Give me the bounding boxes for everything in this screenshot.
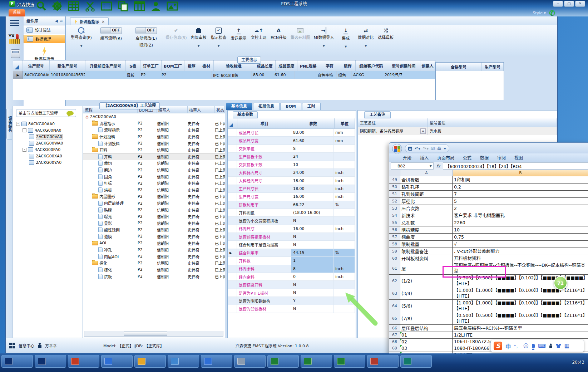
column-header[interactable]: 型号备注 [428, 118, 557, 127]
taskbar-app-button[interactable] [301, 355, 332, 368]
save-info-button[interactable]: ✔ 保存信息(S) [165, 27, 187, 40]
column-header[interactable]: 型号创建时间 [387, 60, 420, 71]
tab-bom[interactable]: BOM [280, 103, 301, 110]
row-number[interactable]: 51 [389, 191, 400, 197]
excel-row[interactable]: 54 新技术 客户要求-非导电树脂塞孔 [389, 212, 588, 219]
instruction-check-button[interactable]: ✔ 指示检查 ▼ [211, 27, 227, 48]
select-all-corner[interactable] [389, 170, 400, 176]
doc-control-upload-button[interactable]: ☁↑ 文控上网 [251, 27, 267, 40]
flow-row[interactable]: ⌂ 退膜 P2 信朝阳 史伟奇 已上网 [83, 233, 225, 240]
remark-value-row[interactable]: 阴阳铜箔，备注各层铜厚▲ 光电板 [358, 127, 557, 135]
parameter-row[interactable]: ▶ 生产尺寸宽 16.00 inch [228, 193, 355, 201]
excel-row[interactable]: 67 01 1/2LHTE [389, 332, 588, 339]
flow-row[interactable]: ⌂ 2ACKG00VA0 [83, 113, 225, 120]
tree-node[interactable]: - 4ACKG00PA0 [13, 146, 82, 153]
tree-node[interactable]: - 4ACKG00NA0 [13, 127, 82, 133]
expander-icon[interactable]: - [23, 128, 26, 132]
row-number[interactable]: 49 [389, 176, 400, 183]
excel-ribbon-tab[interactable]: 页面布局 [437, 155, 454, 161]
excel-row[interactable]: 50 钻孔孔径 0.2 [389, 183, 588, 191]
column-header[interactable]: BOM工厂 [162, 60, 185, 71]
phone-icon[interactable]: ✆ [549, 9, 555, 17]
image-icon[interactable] [167, 1, 178, 11]
undo-icon[interactable]: ↶▾ [415, 146, 420, 151]
taskbar-app-button[interactable] [68, 355, 99, 368]
flow-row[interactable]: ⌂ 开料 P2 信朝阳 史伟奇 已上网 [83, 147, 225, 153]
parameter-row[interactable]: ▶ 综合利用率 44.15 % [228, 249, 355, 257]
calculator-icon[interactable] [11, 49, 20, 58]
row-number[interactable]: 59 [389, 248, 400, 255]
flow-row[interactable]: ⌂ 圆角 P2 信朝阳 史伟奇 已上网 [83, 173, 225, 180]
parameter-row[interactable]: ▶ 纬向尺寸 16.00 inch [228, 225, 355, 233]
parameter-row[interactable]: ▶ 交货单位 S [228, 145, 355, 153]
print-preview-icon[interactable]: ⎚ [431, 146, 435, 151]
taskbar-app-button[interactable] [134, 355, 166, 368]
column-header[interactable]: 板材 [199, 60, 214, 71]
column-header[interactable]: 板厚 [184, 60, 199, 71]
row-number[interactable]: 58 [389, 241, 400, 248]
expander-icon[interactable]: - [23, 148, 26, 152]
excel-ribbon-tab[interactable]: 审阅 [497, 155, 506, 161]
fx-icon[interactable]: fx [434, 164, 443, 168]
sidebar-item-data-management[interactable]: 数据管理 [24, 35, 65, 43]
column-header[interactable]: PNL规格 [297, 60, 319, 71]
excel-row[interactable]: 49 合拼板数 1种相同 [389, 176, 588, 183]
excel-row[interactable]: 52 厚径比 5 [389, 198, 588, 205]
redo-icon[interactable]: ↷▾ [423, 146, 429, 151]
close-button[interactable]: ✕ [575, 1, 585, 7]
parameter-row[interactable]: ▶ 纬向余料 8 inch [228, 265, 355, 273]
start-modify-toggle[interactable]: OFF 启动修改(E) 取消(Z) [130, 27, 162, 48]
parameter-row[interactable]: ▶ 拼板利用率 66.22 % [228, 201, 355, 209]
chevron-down-icon[interactable]: ▼ [197, 44, 199, 48]
column-header[interactable]: 升级前旧生产型号 [85, 60, 126, 71]
excel-row[interactable]: 56 阻抗精度 10 [389, 226, 588, 234]
row-number[interactable]: 69 [389, 345, 400, 352]
flow-row[interactable]: ⌂ 流程指示 P2 信朝阳 史伟奇 已上网 [83, 120, 225, 127]
scroll-up-icon[interactable]: ▲ [420, 128, 426, 134]
taskbar-app-button[interactable] [367, 355, 399, 368]
menu-hamburger-icon[interactable] [10, 20, 19, 21]
flow-row[interactable]: ⌂ 冲孔 P2 信朝阳 史伟奇 已上网 [83, 246, 225, 253]
chevron-down-icon[interactable]: ▼ [345, 45, 347, 48]
flow-row[interactable]: ⌂ 烘板 P2 信朝阳 史伟奇 已上网 [83, 187, 225, 194]
tree-node[interactable]: - 2ACKG00WA0 [13, 140, 82, 146]
expander-icon[interactable]: - [16, 122, 20, 126]
taskbar-app-button[interactable] [201, 355, 232, 368]
style-selector[interactable]: Style ▾ [533, 11, 546, 15]
excel-row[interactable]: 59 限制批量备注 , V-cut外形公差超能力 [389, 248, 588, 255]
copy-icon[interactable] [118, 1, 128, 11]
excel-ribbon-tab[interactable]: 视图 [514, 155, 523, 161]
info-center-label[interactable]: 信息中心 [19, 343, 34, 348]
ecn-upgrade-button[interactable]: A ECN升级 [271, 27, 287, 40]
chevron-down-icon[interactable]: ▼ [217, 44, 219, 48]
name-box[interactable]: B82 ▼ [391, 162, 434, 170]
microphone-icon[interactable] [532, 344, 535, 348]
reselect-cut-diagram-button[interactable]: 重选开料图 [291, 27, 310, 40]
column-header[interactable]: 工艺备注 [358, 118, 428, 127]
tree-node[interactable]: - 2ACKG00YA0 [13, 159, 82, 166]
write-flow-toggle[interactable]: OFF 编写流程(R) [95, 27, 127, 41]
chevron-down-icon[interactable]: ▼ [80, 44, 82, 48]
column-header[interactable]: 单位 [335, 118, 355, 128]
parameter-row[interactable]: ▶ 大料纬向尺寸 24.00 inch [228, 169, 355, 177]
subtab-basic-parameters[interactable]: 基本参数 [233, 111, 258, 118]
flow-row[interactable]: ⌂ 酸性蚀刻 P2 信朝阳 史伟奇 已上网 [83, 226, 225, 233]
tab-basic-info[interactable]: 基本信息 [226, 103, 252, 110]
select-all-corner[interactable] [13, 60, 23, 71]
column-header[interactable]: 项目 [237, 118, 292, 128]
sogou-logo-icon[interactable]: S [494, 342, 502, 350]
row-number[interactable]: 67 [389, 332, 400, 338]
model-query-button[interactable]: 型号查询(F) ▼ [71, 27, 92, 48]
chinese-mode-icon[interactable]: 中 [505, 342, 511, 350]
taskbar-app-button[interactable] [334, 355, 365, 368]
parameter-row[interactable]: ▶ 成品尺寸宽 61.60 mm [228, 137, 355, 145]
select-mother-board-button[interactable]: ⤮ 选择母板 [377, 27, 394, 40]
close-tab-icon[interactable]: × [102, 19, 105, 24]
taskbar-app-button[interactable] [234, 355, 266, 368]
excel-ribbon-tab[interactable]: 数据 [480, 155, 489, 161]
column-header[interactable]: S板 [126, 60, 140, 71]
row-number[interactable]: 52 [389, 198, 400, 205]
excel-ribbon-tab[interactable]: 公式 [463, 155, 471, 161]
row-number[interactable]: 56 [389, 226, 400, 233]
column-header-a[interactable]: A [400, 170, 453, 176]
